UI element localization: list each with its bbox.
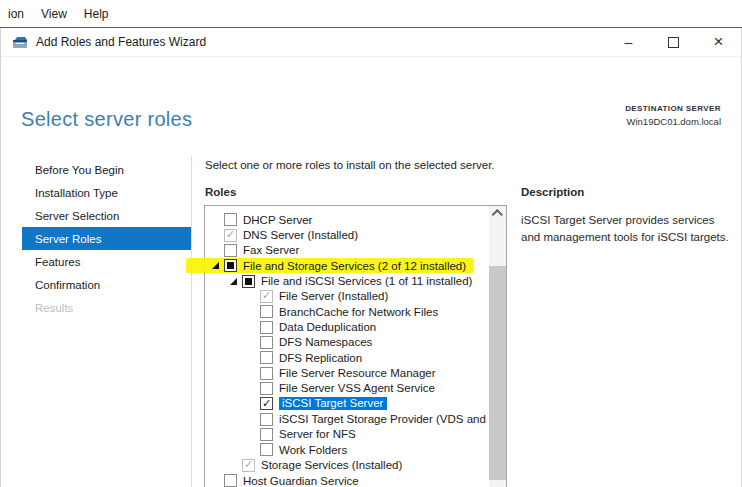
role-row[interactable]: Data Deduplication — [205, 319, 489, 334]
role-row[interactable]: Host Guardian Service — [205, 473, 489, 487]
tree-expander-icon[interactable] — [212, 262, 224, 269]
role-label[interactable]: Storage Services (Installed) — [261, 459, 402, 471]
role-label[interactable]: Host Guardian Service — [243, 475, 359, 487]
sidebar-item-confirmation[interactable]: Confirmation — [22, 273, 191, 296]
menu-item-view[interactable]: View — [41, 7, 67, 21]
sidebar-item-server-selection[interactable]: Server Selection — [22, 204, 191, 227]
role-checkbox-unchecked[interactable] — [260, 367, 273, 380]
screen: ion View Help Add Roles and Features Wiz… — [0, 0, 742, 487]
wizard-nav: Before You BeginInstallation TypeServer … — [22, 158, 191, 319]
role-checkbox-unchecked[interactable] — [224, 213, 237, 226]
wizard-window: Add Roles and Features Wizard – × Select… — [0, 28, 742, 487]
minimize-button[interactable]: – — [606, 28, 651, 56]
sidebar-divider — [191, 156, 192, 487]
maximize-icon — [668, 37, 679, 48]
role-checkbox-checked[interactable] — [260, 397, 273, 410]
destination-server-label: DESTINATION SERVER — [625, 104, 721, 113]
destination-server-block: DESTINATION SERVER Win19DC01.dom.local — [625, 104, 721, 127]
role-label[interactable]: DFS Replication — [279, 352, 362, 364]
wizard-icon — [12, 35, 28, 49]
role-checkbox-unchecked[interactable] — [260, 321, 273, 334]
role-row[interactable]: BranchCache for Network Files — [205, 304, 489, 319]
destination-server-name: Win19DC01.dom.local — [625, 116, 721, 127]
scroll-up-button[interactable] — [489, 206, 506, 222]
role-checkbox-partial[interactable] — [242, 275, 255, 288]
vertical-scrollbar-thumb[interactable] — [489, 266, 506, 480]
role-checkbox-installed[interactable] — [224, 229, 237, 242]
close-button[interactable]: × — [696, 28, 741, 56]
role-row[interactable]: File and iSCSI Services (1 of 11 install… — [205, 273, 489, 288]
role-row[interactable]: File Server Resource Manager — [205, 365, 489, 380]
sidebar-item-server-roles[interactable]: Server Roles — [22, 227, 191, 250]
role-row[interactable]: File Server VSS Agent Service — [205, 381, 489, 396]
role-row[interactable]: DNS Server (Installed) — [205, 227, 489, 242]
window-title: Add Roles and Features Wizard — [36, 35, 206, 49]
role-checkbox-unchecked[interactable] — [260, 413, 273, 426]
role-checkbox-unchecked[interactable] — [260, 336, 273, 349]
role-row[interactable]: Fax Server — [205, 243, 489, 258]
role-label[interactable]: Work Folders — [279, 444, 347, 456]
instruction-text: Select one or more roles to install on t… — [205, 159, 495, 171]
expanded-triangle-icon — [230, 278, 237, 285]
sidebar-item-installation-type[interactable]: Installation Type — [22, 181, 191, 204]
role-label[interactable]: DHCP Server — [243, 214, 312, 226]
chevron-down-icon — [493, 484, 504, 487]
role-label[interactable]: iSCSI Target Storage Provider (VDS and V… — [279, 413, 488, 425]
roles-tree: DHCP ServerDNS Server (Installed)Fax Ser… — [205, 212, 489, 487]
tree-expander-icon[interactable] — [230, 278, 242, 285]
role-row[interactable]: iSCSI Target Storage Provider (VDS and V… — [205, 411, 489, 426]
role-checkbox-unchecked[interactable] — [260, 382, 273, 395]
menu-item-help[interactable]: Help — [84, 7, 109, 21]
title-bar: Add Roles and Features Wizard – × — [1, 28, 741, 57]
role-label[interactable]: Fax Server — [243, 244, 299, 256]
role-label[interactable]: File Server Resource Manager — [279, 367, 436, 379]
role-row[interactable]: DHCP Server — [205, 212, 489, 227]
role-checkbox-unchecked[interactable] — [224, 244, 237, 257]
role-row[interactable]: File Server (Installed) — [205, 289, 489, 304]
role-checkbox-unchecked[interactable] — [260, 443, 273, 456]
expanded-triangle-icon — [212, 262, 219, 269]
role-label[interactable]: File Server (Installed) — [279, 290, 388, 302]
scroll-down-button[interactable] — [489, 482, 506, 487]
role-checkbox-unchecked[interactable] — [260, 428, 273, 441]
role-checkbox-installed[interactable] — [242, 459, 255, 472]
role-label[interactable]: Data Deduplication — [279, 321, 376, 333]
role-label[interactable]: iSCSI Target Server — [279, 397, 387, 410]
role-label[interactable]: File Server VSS Agent Service — [279, 382, 435, 394]
role-checkbox-installed[interactable] — [260, 290, 273, 303]
sidebar-item-before-you-begin[interactable]: Before You Begin — [22, 158, 191, 181]
menu-bar: ion View Help — [0, 0, 742, 28]
role-row[interactable]: DFS Replication — [205, 350, 489, 365]
window-controls: – × — [606, 28, 741, 56]
role-label[interactable]: BranchCache for Network Files — [279, 306, 438, 318]
chevron-up-icon — [491, 209, 502, 220]
role-row[interactable]: Server for NFS — [205, 427, 489, 442]
role-checkbox-unchecked[interactable] — [260, 351, 273, 364]
menu-item-action[interactable]: ion — [8, 7, 24, 21]
sidebar-item-features[interactable]: Features — [22, 250, 191, 273]
role-row[interactable]: Work Folders — [205, 442, 489, 457]
role-checkbox-partial[interactable] — [224, 259, 237, 272]
role-label[interactable]: DFS Namespaces — [279, 336, 372, 348]
role-checkbox-unchecked[interactable] — [224, 474, 237, 487]
role-row[interactable]: iSCSI Target Server — [205, 396, 489, 411]
description-text: iSCSI Target Server provides services an… — [521, 212, 734, 247]
role-checkbox-unchecked[interactable] — [260, 305, 273, 318]
role-label[interactable]: File and Storage Services (2 of 12 insta… — [243, 260, 466, 272]
role-row[interactable]: Storage Services (Installed) — [205, 458, 489, 473]
vertical-scrollbar[interactable] — [489, 206, 506, 487]
roles-heading: Roles — [205, 186, 236, 198]
role-row[interactable]: DFS Namespaces — [205, 335, 489, 350]
maximize-button[interactable] — [651, 28, 696, 56]
role-label[interactable]: File and iSCSI Services (1 of 11 install… — [261, 275, 472, 287]
description-heading: Description — [521, 186, 584, 198]
page-title: Select server roles — [21, 108, 192, 131]
role-row[interactable]: File and Storage Services (2 of 12 insta… — [205, 258, 489, 273]
sidebar-item-results: Results — [22, 296, 191, 319]
role-label[interactable]: DNS Server (Installed) — [243, 229, 358, 241]
roles-listbox: DHCP ServerDNS Server (Installed)Fax Ser… — [204, 205, 507, 487]
role-label[interactable]: Server for NFS — [279, 428, 356, 440]
